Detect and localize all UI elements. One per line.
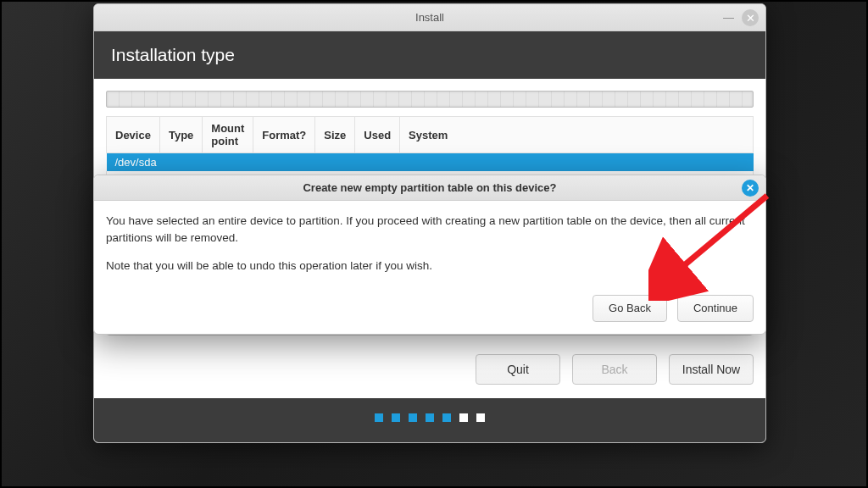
go-back-button[interactable]: Go Back (593, 295, 667, 322)
confirm-new-partition-table-dialog: Create new empty partition table on this… (93, 175, 766, 335)
step-dot[interactable] (409, 413, 417, 422)
col-used[interactable]: Used (355, 117, 400, 153)
continue-button[interactable]: Continue (677, 295, 754, 322)
table-row[interactable]: /dev/sda (107, 153, 754, 172)
minimize-icon[interactable]: — (723, 11, 735, 24)
dialog-body: You have selected an entire device to pa… (94, 201, 765, 290)
step-dot[interactable] (476, 413, 485, 422)
step-dot[interactable] (426, 413, 434, 422)
table-header-row: Device Type Mount point Format? Size Use… (107, 117, 754, 153)
dialog-close-icon[interactable]: ✕ (742, 180, 759, 197)
col-device[interactable]: Device (107, 117, 160, 153)
wizard-footer: Quit Back Install Now (106, 354, 754, 385)
allocation-bar[interactable] (106, 91, 754, 108)
device-cell: /dev/sda (107, 153, 754, 172)
dialog-text: You have selected an entire device to pa… (106, 213, 754, 247)
col-size[interactable]: Size (315, 117, 355, 153)
col-type[interactable]: Type (159, 117, 202, 153)
step-dot[interactable] (442, 413, 451, 422)
close-icon[interactable]: ✕ (742, 9, 759, 26)
dialog-title: Create new empty partition table on this… (303, 181, 556, 194)
step-dot[interactable] (375, 413, 383, 422)
col-format[interactable]: Format? (253, 117, 315, 153)
install-now-button[interactable]: Install Now (669, 354, 754, 385)
desktop: Install — ✕ Installation type Device Typ… (0, 0, 868, 488)
step-pager (94, 398, 765, 442)
page-title: Installation type (94, 31, 765, 79)
col-system[interactable]: System (400, 117, 754, 153)
titlebar[interactable]: Install — ✕ (94, 4, 765, 31)
step-dot[interactable] (459, 413, 468, 422)
partition-table: Device Type Mount point Format? Size Use… (106, 116, 754, 171)
dialog-titlebar[interactable]: Create new empty partition table on this… (94, 175, 765, 201)
step-dot[interactable] (392, 413, 400, 422)
dialog-footer: Go Back Continue (94, 290, 765, 334)
window-title: Install (415, 11, 444, 24)
back-button: Back (572, 354, 657, 385)
dialog-text: Note that you will be able to undo this … (106, 258, 754, 274)
col-mount-point[interactable]: Mount point (203, 117, 253, 153)
quit-button[interactable]: Quit (476, 354, 560, 385)
